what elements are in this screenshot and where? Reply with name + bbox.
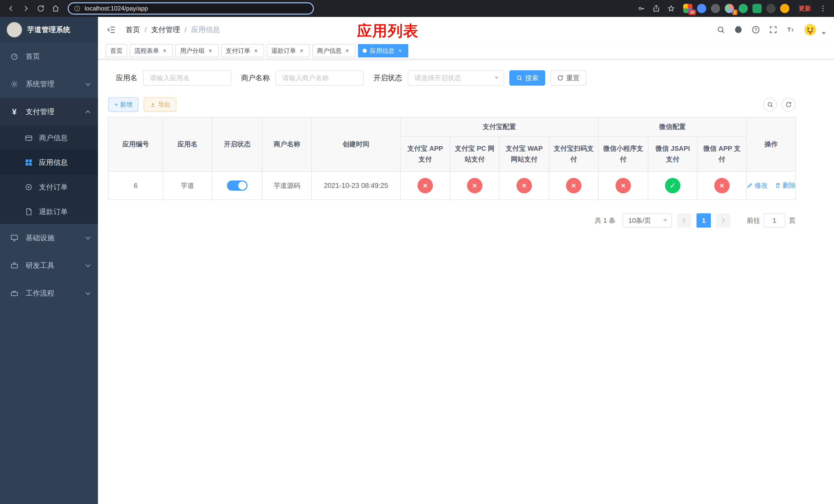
extension-notebook-icon[interactable] (752, 4, 762, 13)
browser-chrome: localhost:1024/pay/app 10 1 更新 (0, 0, 834, 17)
sidebar-item-payment[interactable]: ¥ 支付管理 (0, 98, 98, 125)
breadcrumb-home[interactable]: 首页 (126, 25, 140, 35)
site-info-icon[interactable] (74, 5, 81, 12)
edit-link[interactable]: 修改 (747, 181, 768, 190)
close-icon[interactable]: × (253, 47, 260, 54)
col-header-wechat-lite: 微信小程序支付 (598, 137, 648, 171)
user-avatar[interactable] (803, 23, 817, 37)
sidebar-item-refund-order[interactable]: 退款订单 (0, 200, 98, 224)
search-icon[interactable] (716, 25, 726, 35)
address-bar[interactable]: localhost:1024/pay/app (68, 2, 314, 15)
sidebar-item-label: 应用信息 (39, 158, 68, 167)
browser-home-icon[interactable] (49, 2, 63, 15)
pagination-goto: 前往 页 (747, 213, 795, 228)
fullscreen-icon[interactable] (768, 25, 778, 35)
help-icon[interactable]: ? (751, 25, 761, 35)
sidebar-item-label: 支付管理 (26, 107, 54, 117)
sidebar-item-infra[interactable]: 基础设施 (0, 224, 98, 252)
sidebar-item-system[interactable]: 系统管理 (0, 70, 98, 98)
gear-icon (10, 79, 19, 89)
close-icon[interactable]: × (207, 47, 214, 54)
col-header-status: 开启状态 (212, 117, 262, 171)
cell-alipay-wap: × (499, 171, 549, 200)
tab-home[interactable]: 首页 (106, 44, 127, 58)
extension-pin-icon[interactable] (766, 4, 775, 13)
sidebar-item-pay-order[interactable]: 支付订单 (0, 175, 98, 200)
tab-pay-order[interactable]: 支付订单 × (221, 44, 264, 58)
page-content: 应用名 商户名称 开启状态 请选择开启状态 搜索 重置 (108, 70, 795, 228)
document-icon (24, 207, 33, 216)
extension-dark-icon[interactable] (711, 4, 720, 13)
avatar-dropdown-caret-icon[interactable] (822, 32, 826, 35)
refresh-icon (557, 75, 564, 81)
table-row: 6 芋道 芋道源码 2021-10-23 08:49:25 × × × (109, 171, 796, 200)
bookmark-star-icon[interactable] (664, 2, 678, 15)
trash-icon (775, 182, 781, 188)
payment-submenu: 商户信息 应用信息 支付订单 (0, 125, 98, 224)
status-toggle[interactable] (227, 181, 247, 191)
page-number-button[interactable]: 1 (697, 213, 711, 228)
status-select[interactable]: 请选择开启状态 (408, 70, 504, 86)
sidebar-item-app-info[interactable]: 应用信息 (0, 150, 98, 175)
cell-wechat-lite: × (598, 171, 648, 200)
table-toolbar: + 新增 导出 (108, 97, 795, 112)
sidebar-toggle-icon[interactable] (105, 24, 117, 36)
browser-menu-icon[interactable] (816, 2, 830, 15)
extension-puzzle-icon[interactable]: 10 (683, 4, 693, 13)
app-title: 芋道管理系统 (27, 25, 70, 35)
hide-search-button[interactable] (763, 98, 777, 112)
add-button[interactable]: + 新增 (108, 97, 138, 112)
github-icon[interactable] (733, 25, 743, 35)
share-icon[interactable] (649, 2, 663, 15)
tab-app-info[interactable]: 应用信息 × (358, 44, 408, 58)
extension-color-icon[interactable]: 1 (725, 4, 734, 13)
tags-view-bar: 首页 流程表单 × 用户分组 × 支付订单 × 退款订单 × (98, 43, 834, 60)
extension-green-circle-icon[interactable] (739, 4, 748, 13)
tab-process-form[interactable]: 流程表单 × (130, 44, 173, 58)
dashboard-icon (10, 52, 19, 61)
next-page-button[interactable] (716, 213, 730, 228)
profile-avatar-icon[interactable] (780, 4, 789, 13)
sidebar-item-label: 商户信息 (39, 133, 68, 143)
browser-forward-icon[interactable] (19, 2, 33, 15)
status-label: 开启状态 (373, 73, 402, 83)
app-logo[interactable]: 芋道管理系统 (0, 17, 98, 43)
app-name-label: 应用名 (116, 73, 137, 83)
extension-drop-icon[interactable] (697, 4, 706, 13)
chevron-down-icon (85, 290, 90, 295)
reset-button[interactable]: 重置 (550, 70, 586, 86)
password-key-icon[interactable] (635, 2, 648, 15)
browser-back-icon[interactable] (4, 2, 18, 15)
sidebar-item-merchant-info[interactable]: 商户信息 (0, 125, 98, 150)
svg-text:?: ? (754, 28, 757, 32)
close-icon[interactable]: × (298, 47, 305, 54)
close-icon[interactable]: × (396, 47, 404, 54)
close-icon[interactable]: × (161, 47, 168, 54)
sidebar-item-label: 基础设施 (26, 233, 54, 243)
search-icon (516, 75, 523, 81)
browser-reload-icon[interactable] (34, 2, 48, 15)
browser-update-button[interactable]: 更新 (798, 4, 811, 13)
sidebar-item-home[interactable]: 首页 (0, 43, 98, 70)
tab-merchant-info[interactable]: 商户信息 × (312, 44, 355, 58)
export-button[interactable]: 导出 (144, 97, 176, 112)
tab-refund-order[interactable]: 退款订单 × (267, 44, 310, 58)
extension-badge: 10 (688, 9, 696, 15)
tab-user-group[interactable]: 用户分组 × (175, 44, 219, 58)
app-name-input[interactable] (143, 70, 231, 86)
col-header-app-id: 应用编号 (109, 117, 163, 171)
close-icon[interactable]: × (344, 47, 351, 54)
prev-page-button[interactable] (677, 213, 692, 228)
sidebar-item-dev-tools[interactable]: 研发工具 (0, 252, 98, 279)
refresh-table-button[interactable] (782, 98, 795, 112)
app-window: 芋道管理系统 首页 系统管理 ¥ 支付管理 (0, 17, 834, 504)
search-button[interactable]: 搜索 (509, 70, 545, 86)
delete-link[interactable]: 删除 (775, 181, 796, 190)
sidebar-item-workflow[interactable]: 工作流程 (0, 279, 98, 307)
cell-app-name: 芋道 (163, 171, 212, 200)
merchant-name-input[interactable] (276, 70, 364, 86)
goto-page-input[interactable] (764, 213, 785, 228)
font-size-icon[interactable]: TT (786, 25, 795, 35)
breadcrumb-section[interactable]: 支付管理 (151, 25, 180, 35)
page-size-select[interactable]: 10条/页 (623, 213, 672, 228)
